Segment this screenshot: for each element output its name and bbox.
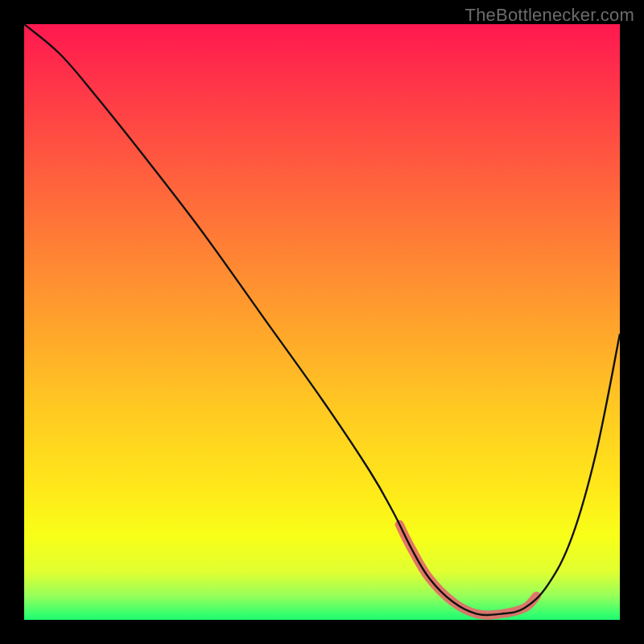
chart-svg xyxy=(24,24,620,620)
attribution-text: TheBottlenecker.com xyxy=(465,5,634,26)
bottleneck-curve xyxy=(24,24,620,615)
curve-highlight xyxy=(399,525,536,616)
chart-frame: TheBottlenecker.com xyxy=(0,0,644,644)
plot-area xyxy=(24,24,620,620)
